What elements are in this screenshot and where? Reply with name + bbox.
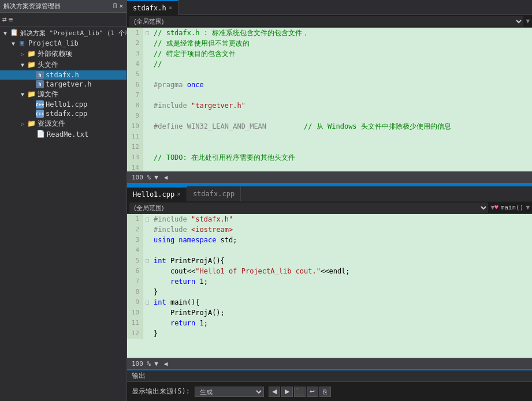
sidebar-title: 解决方案资源管理器 <box>3 2 61 10</box>
tab-hello1-cpp[interactable]: Hello1.cpp × <box>127 186 187 201</box>
code-line-top-7: 7 <box>127 90 532 100</box>
code-line-top-5: 5 <box>127 69 532 80</box>
bottom-zoom-level: 100 % <box>132 360 151 368</box>
solution-icon: 📋 <box>9 28 18 38</box>
code-line-bot-9: 9 □ int main(){ <box>127 297 532 308</box>
heart-icon: ♥ <box>494 204 498 211</box>
bottom-editor-area[interactable]: 1 □ #include "stdafx.h" 2 #include <iost… <box>127 214 532 358</box>
code-line-bot-10: 10 PrintProjA(); <box>127 308 532 318</box>
tree-item-extdeps[interactable]: ▷ 📁 外部依赖项 <box>0 48 127 59</box>
top-zoom-level: 100 % <box>132 174 151 181</box>
code-line-top-14: 14 <box>127 163 532 171</box>
project-icon: ▣ <box>17 39 27 48</box>
code-line-top-11: 11 <box>127 132 532 142</box>
readme-label: ReadMe.txt <box>47 130 88 138</box>
code-line-bot-7: 7 return 1; <box>127 276 532 287</box>
hello1-cpp-label: Hello1.cpp <box>46 100 87 108</box>
solution-explorer: 解决方案资源管理器 П × ⇄ ≡ ▼ 📋 解决方案 "ProjectA_lib… <box>0 0 127 401</box>
code-line-bot-1: 1 □ #include "stdafx.h" <box>127 214 532 224</box>
output-stop-btn[interactable]: ⬛ <box>294 387 306 397</box>
code-line-top-12: 12 <box>127 142 532 152</box>
output-next-btn[interactable]: ▶ <box>281 387 293 397</box>
close-sidebar-icon[interactable]: × <box>119 2 123 10</box>
tree-item-headers[interactable]: ▼ 📁 头文件 <box>0 59 127 70</box>
top-zoom-dropdown[interactable]: ▼ <box>154 174 158 181</box>
top-editor-area[interactable]: 1 □ // stdafx.h : 标准系统包含文件的包含文件， 2 // 或是… <box>127 28 532 171</box>
top-editor-pane: stdafx.h × (全局范围) ▼ 1 □ // stdafx.h : 标准… <box>127 0 532 184</box>
bottom-zoom-dropdown[interactable]: ▼ <box>154 360 158 368</box>
tree-item-targetver-h[interactable]: h targetver.h <box>0 80 127 89</box>
tree-item-sources[interactable]: ▼ 📁 源文件 <box>0 89 127 100</box>
code-line-top-2: 2 // 或是经常使用但不常更改的 <box>127 38 532 48</box>
stdafx-cpp-label: stdafx.cpp <box>46 110 87 118</box>
toggle-project[interactable]: ▼ <box>9 40 17 47</box>
output-refresh-btn[interactable]: ↩ <box>307 387 318 397</box>
toggle-extdeps[interactable]: ▷ <box>18 51 27 57</box>
output-toolbar: 显示输出来源(S): 生成 ◀ ▶ ⬛ ↩ ⎘ <box>127 382 532 401</box>
bottom-scope-bar: (全局范围) ▼ ♥ main() ▼ <box>127 201 532 214</box>
file-h2-icon: h <box>36 80 44 88</box>
sidebar-header: 解决方案资源管理器 П × <box>0 0 127 13</box>
tree-item-project[interactable]: ▼ ▣ ProjectA_lib <box>0 38 127 48</box>
code-line-bot-6: 6 cout<<"Hello1 of ProjectA_lib cout."<<… <box>127 266 532 276</box>
output-actions: ◀ ▶ ⬛ ↩ ⎘ <box>269 387 331 397</box>
toggle-headers[interactable]: ▼ <box>18 62 27 68</box>
toggle-solution[interactable]: ▼ <box>1 30 9 36</box>
scope-right-dropdown[interactable]: ▼ <box>526 204 530 211</box>
code-line-top-3: 3 // 特定于项目的包含文件 <box>127 48 532 59</box>
sync-icon[interactable]: ⇄ <box>2 15 7 24</box>
bottom-tab-bar: Hello1.cpp × stdafx.cpp <box>127 186 532 201</box>
tab-stdafx-h[interactable]: stdafx.h × <box>127 0 178 15</box>
bottom-scope-select[interactable]: (全局范围) <box>129 203 488 213</box>
top-status-bar: 100 % ▼ ◀ <box>127 171 532 183</box>
headers-label: 头文件 <box>38 60 58 70</box>
code-line-top-10: 10 #define WIN32_LEAN_AND_MEAN // 从 Wind… <box>127 121 532 132</box>
sidebar-tree: ▼ 📋 解决方案 "ProjectA_lib" (1 个项目) ▼ ▣ Proj… <box>0 27 127 401</box>
toggle-resources[interactable]: ▷ <box>18 121 27 127</box>
tree-item-stdafx-cpp[interactable]: c++ stdafx.cpp <box>0 109 127 118</box>
code-line-top-8: 8 #include "targetver.h" <box>127 100 532 111</box>
top-scroll-left[interactable]: ◀ <box>164 174 168 181</box>
folder-sources-icon: 📁 <box>27 90 36 99</box>
tab-stdafx-cpp[interactable]: stdafx.cpp <box>187 186 241 201</box>
tab-stdafx-h-label: stdafx.h <box>133 4 166 12</box>
tree-item-readme[interactable]: 📄 ReadMe.txt <box>0 129 127 140</box>
solution-label: 解决方案 "ProjectA_lib" (1 个项目) <box>20 29 127 38</box>
sidebar-toolbar: ⇄ ≡ <box>0 13 127 27</box>
scope-right-label: main() <box>501 204 524 211</box>
project-label: ProjectA_lib <box>28 39 79 47</box>
pin-icon[interactable]: П <box>113 2 117 10</box>
top-tab-bar: stdafx.h × <box>127 0 532 15</box>
collapse-icon[interactable]: ≡ <box>9 15 13 24</box>
folder-resources-icon: 📁 <box>27 119 36 129</box>
code-line-bot-8: 8 } <box>127 287 532 297</box>
sources-label: 源文件 <box>38 89 58 99</box>
output-copy-btn[interactable]: ⎘ <box>319 387 331 397</box>
top-code-editor[interactable]: 1 □ // stdafx.h : 标准系统包含文件的包含文件， 2 // 或是… <box>127 28 532 171</box>
stdafx-h-label: stdafx.h <box>46 71 79 79</box>
close-hello1-cpp-tab[interactable]: × <box>177 190 181 198</box>
folder-extdeps-icon: 📁 <box>27 50 36 59</box>
code-line-top-1: 1 □ // stdafx.h : 标准系统包含文件的包含文件， <box>127 28 532 38</box>
targetver-h-label: targetver.h <box>46 80 91 88</box>
output-source-label: 显示输出来源(S): <box>132 387 190 396</box>
output-prev-btn[interactable]: ◀ <box>269 387 280 397</box>
file-h-icon: h <box>36 71 44 79</box>
code-line-bot-11: 11 return 1; <box>127 318 532 328</box>
bottom-scroll-left[interactable]: ◀ <box>164 360 168 368</box>
code-line-top-9: 9 <box>127 111 532 121</box>
tree-item-solution[interactable]: ▼ 📋 解决方案 "ProjectA_lib" (1 个项目) <box>0 28 127 38</box>
tree-item-hello1-cpp[interactable]: c++ Hello1.cpp <box>0 100 127 109</box>
code-line-top-4: 4 // <box>127 59 532 69</box>
extdeps-label: 外部依赖项 <box>38 49 72 59</box>
sidebar-header-actions: П × <box>113 2 123 10</box>
bottom-code-editor[interactable]: 1 □ #include "stdafx.h" 2 #include <iost… <box>127 214 532 358</box>
close-stdafx-h-tab[interactable]: × <box>169 4 173 12</box>
output-title: 输出 <box>132 371 146 381</box>
tree-item-resources[interactable]: ▷ 📁 资源文件 <box>0 118 127 129</box>
top-scope-select[interactable]: (全局范围) <box>129 16 523 27</box>
file-txt-icon: 📄 <box>36 130 45 139</box>
toggle-sources[interactable]: ▼ <box>18 91 27 98</box>
output-source-select[interactable]: 生成 <box>195 387 264 397</box>
tree-item-stdafx-h[interactable]: h stdafx.h <box>0 70 127 80</box>
